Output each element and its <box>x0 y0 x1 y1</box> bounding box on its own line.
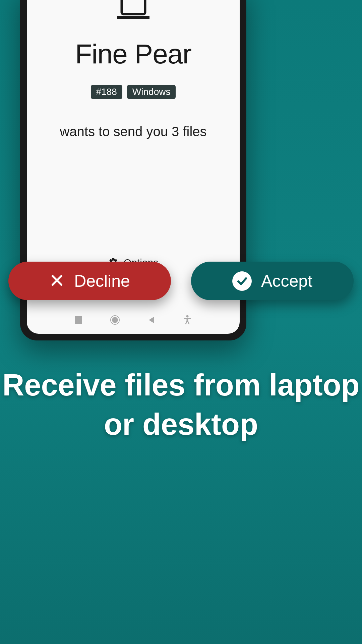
accept-button[interactable]: Accept <box>191 262 354 300</box>
svg-point-5 <box>186 315 188 317</box>
device-name: Fine Pear <box>75 38 191 70</box>
nav-bar <box>27 307 240 334</box>
svg-point-4 <box>112 317 118 323</box>
nav-recent-icon[interactable] <box>75 316 82 325</box>
device-os-badge: Windows <box>127 85 176 99</box>
check-icon <box>232 271 252 291</box>
laptop-icon <box>117 0 150 21</box>
device-id-badge: #188 <box>91 85 122 99</box>
svg-rect-0 <box>122 0 145 14</box>
svg-rect-1 <box>117 16 149 19</box>
nav-accessibility-icon[interactable] <box>183 315 192 326</box>
nav-back-icon[interactable] <box>147 316 155 325</box>
decline-label: Decline <box>74 271 130 291</box>
transfer-message: wants to send you 3 files <box>60 124 206 139</box>
nav-home-icon[interactable] <box>110 315 120 326</box>
decline-button[interactable]: Decline <box>8 262 171 300</box>
action-buttons-row: Decline Accept <box>8 262 354 300</box>
promo-caption: Receive files from laptop or desktop <box>0 366 362 444</box>
svg-rect-2 <box>75 316 82 324</box>
badges-row: #188 Windows <box>91 85 176 99</box>
accept-label: Accept <box>261 271 312 291</box>
close-icon <box>49 273 65 289</box>
